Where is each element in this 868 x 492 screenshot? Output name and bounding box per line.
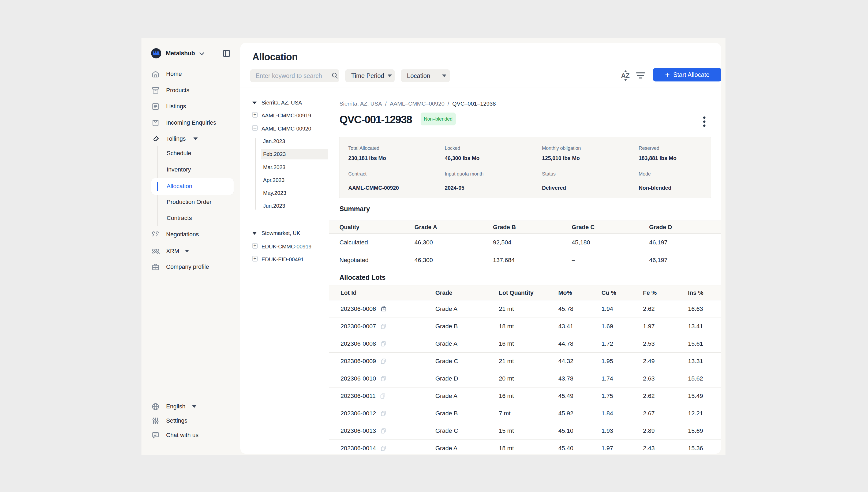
- svg-text:AZ: AZ: [621, 72, 630, 79]
